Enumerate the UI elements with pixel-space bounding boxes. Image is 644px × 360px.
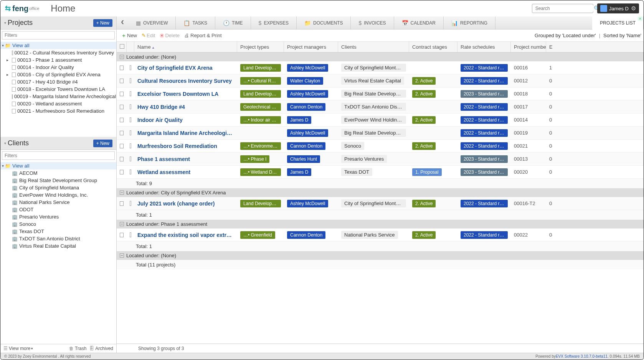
group-header[interactable]: −Located under: Phase 1 assessment xyxy=(117,220,644,228)
client-tag[interactable]: Virtus Real Estate Capital xyxy=(341,77,404,85)
project-link[interactable]: Phase 1 assessment xyxy=(137,156,190,162)
rate-tag[interactable]: 2022 - Standard rates xyxy=(461,64,508,72)
rate-tag[interactable]: 2023 - Standard rates xyxy=(461,155,508,163)
manager-tag[interactable]: Ashley McDowell xyxy=(287,200,328,207)
table-row[interactable]: July 2021 work (change order)Land Develo… xyxy=(117,197,644,210)
tab-documents[interactable]: 📁DOCUMENTS xyxy=(297,16,351,29)
manager-tag[interactable]: Charles Hunt xyxy=(287,155,320,163)
group-header[interactable]: −Located under: (None) xyxy=(117,251,644,260)
clients-filter-input[interactable] xyxy=(2,151,115,160)
row-checkbox[interactable] xyxy=(120,118,124,122)
row-checkbox[interactable] xyxy=(120,131,124,135)
project-link[interactable]: Hwy 410 Bridge #4 xyxy=(137,104,185,110)
projects-panel-header[interactable]: ▾ Projects + New xyxy=(0,16,116,30)
row-checkbox[interactable] xyxy=(120,92,124,96)
row-checkbox[interactable] xyxy=(120,201,124,206)
tab-time[interactable]: 🕐TIME xyxy=(215,16,251,29)
project-link[interactable]: Cultural Resources Inventory Survey xyxy=(137,78,232,84)
col-stages[interactable]: Contract stages xyxy=(409,42,457,52)
table-row[interactable]: Hwy 410 Bridge #4Geotechnical projectsCa… xyxy=(117,100,644,113)
client-tree-item[interactable]: 🏢Presario Ventures xyxy=(0,213,116,220)
col-name[interactable]: Name▲ xyxy=(134,42,237,52)
project-link[interactable]: Expand the existing soil vapor extractio… xyxy=(137,232,234,238)
rate-tag[interactable]: 2022 - Standard rates xyxy=(461,77,508,85)
new-button[interactable]: ＋New xyxy=(119,31,139,40)
project-tree-item[interactable]: ▸00016 - City of Springfield EVX Arena xyxy=(0,71,116,78)
client-tree-item[interactable]: 🏢Virtus Real Estate Capital xyxy=(0,242,116,250)
project-link[interactable]: Wetland assessment xyxy=(137,169,190,175)
table-row[interactable]: Margarita Island Marine Archeological Su… xyxy=(117,127,644,140)
projects-view-all[interactable]: ▾📁 View all xyxy=(0,42,116,49)
delete-button[interactable]: ✕Delete xyxy=(157,32,182,39)
manager-tag[interactable]: Cannon Denton xyxy=(287,103,325,111)
client-tree-item[interactable]: 🏢AECOM xyxy=(0,169,116,177)
col-managers[interactable]: Project managers xyxy=(284,42,338,52)
manager-tag[interactable]: Cannon Denton xyxy=(287,142,325,150)
manager-tag[interactable]: Ashley McDowell xyxy=(287,129,328,137)
manager-tag[interactable]: Walter Clayton xyxy=(287,77,323,85)
project-link[interactable]: Margarita Island Marine Archeological Su… xyxy=(137,130,234,136)
tab-overview[interactable]: ▦OVERVIEW xyxy=(128,16,176,29)
grouped-by-label[interactable]: Grouped by 'Located under' xyxy=(535,33,596,38)
close-tab-icon[interactable]: ✕ xyxy=(638,17,642,21)
tab-expenses[interactable]: $EXPENSES xyxy=(251,16,297,29)
client-tree-item[interactable]: 🏢TxDOT San Antonio District xyxy=(0,235,116,242)
report-print-button[interactable]: 🖨Report & Print xyxy=(182,32,224,39)
search-box[interactable]: 🔍 xyxy=(532,4,593,13)
new-project-button[interactable]: + New xyxy=(93,19,112,27)
row-checkbox[interactable] xyxy=(120,144,124,148)
table-row[interactable]: Indoor Air Quality…• Indoor air qualityJ… xyxy=(117,113,644,127)
row-checkbox[interactable] xyxy=(120,233,124,237)
row-checkbox[interactable] xyxy=(120,79,124,83)
client-tag[interactable]: Texas DOT xyxy=(341,168,372,176)
sorted-by-label[interactable]: Sorted by 'Name' xyxy=(603,33,641,38)
project-tree-item[interactable]: 00021 - Murfreesboro Soil Remediation xyxy=(0,107,116,115)
view-more-button[interactable]: ☰View more▾ xyxy=(3,346,33,351)
tab-projects-list[interactable]: PROJECTS LIST✕ xyxy=(592,16,644,30)
rate-tag[interactable]: 2022 - Standard rates xyxy=(461,116,508,124)
tab-tasks[interactable]: 📋TASKS xyxy=(176,16,215,29)
table-row[interactable]: Wetland assessment…• Wetland DelineatioJ… xyxy=(117,166,644,179)
row-checkbox[interactable] xyxy=(120,170,124,174)
group-header[interactable]: −Located under: (None) xyxy=(117,53,644,61)
client-tag[interactable]: National Parks Service xyxy=(341,231,398,239)
client-tag[interactable]: TxDOT San Antonio District xyxy=(341,103,406,111)
group-header[interactable]: −Located under: City of Springfield EVX … xyxy=(117,188,644,197)
archived-button[interactable]: 🗄Archived xyxy=(89,346,113,351)
client-tag[interactable]: City of Springfield Montana xyxy=(341,64,406,72)
client-tag[interactable]: EverPower Wind Holdings, Inc. xyxy=(341,116,406,124)
col-clients[interactable]: Clients xyxy=(338,42,409,52)
project-link[interactable]: Excelsior Towers Downtown LA xyxy=(137,91,218,97)
client-tree-item[interactable]: 🏢National Parks Service xyxy=(0,199,116,206)
table-row[interactable]: Cultural Resources Inventory Survey…• Cu… xyxy=(117,74,644,87)
client-tag[interactable]: Sonoco xyxy=(341,142,364,150)
projects-filter-input[interactable] xyxy=(2,31,115,39)
clients-view-all[interactable]: ▾📁 View all xyxy=(0,162,116,169)
new-client-button[interactable]: + New xyxy=(93,140,112,147)
rate-tag[interactable]: 2023 - Standard rates xyxy=(461,168,508,176)
rate-tag[interactable]: 2022 - Standard rates xyxy=(461,142,508,150)
table-row[interactable]: Expand the existing soil vapor extractio… xyxy=(117,228,644,242)
client-tree-item[interactable]: 🏢Texas DOT xyxy=(0,228,116,235)
manager-tag[interactable]: Cannon Denton xyxy=(287,231,325,239)
rate-tag[interactable]: 2022 - Standard rates xyxy=(461,103,508,111)
project-tree-item[interactable]: 00018 - Excelsior Towers Downtown LA xyxy=(0,85,116,93)
project-tree-item[interactable]: 00019 - Margarita Island Marine Archeolo… xyxy=(0,93,116,100)
col-ext[interactable]: Ex xyxy=(546,42,552,52)
client-tag[interactable]: Presario Ventures xyxy=(341,155,387,163)
search-input[interactable] xyxy=(535,5,594,12)
project-link[interactable]: Indoor Air Quality xyxy=(137,117,183,123)
table-row[interactable]: City of Springfield EVX ArenaLand Develo… xyxy=(117,61,644,74)
row-checkbox[interactable] xyxy=(120,105,124,109)
project-tree-item[interactable]: 00017 - Hwy 410 Bridge #4 xyxy=(0,78,116,85)
project-tree-item[interactable]: 00012 - Cultural Resources Inventory Sur… xyxy=(0,49,116,56)
rate-tag[interactable]: 2022 - Standard rates xyxy=(461,231,508,239)
row-checkbox[interactable] xyxy=(120,157,124,161)
project-link[interactable]: July 2021 work (change order) xyxy=(137,201,215,207)
client-tree-item[interactable]: 🏢City of Springfield Montana xyxy=(0,184,116,191)
table-row[interactable]: Excelsior Towers Downtown LALand Develop… xyxy=(117,87,644,100)
client-tag[interactable]: Big Real State Development Grou xyxy=(341,129,406,137)
rate-tag[interactable]: 2022 - Standard rates xyxy=(461,200,508,207)
client-tree-item[interactable]: 🏢Sonoco xyxy=(0,220,116,228)
manager-tag[interactable]: James D xyxy=(287,168,311,176)
